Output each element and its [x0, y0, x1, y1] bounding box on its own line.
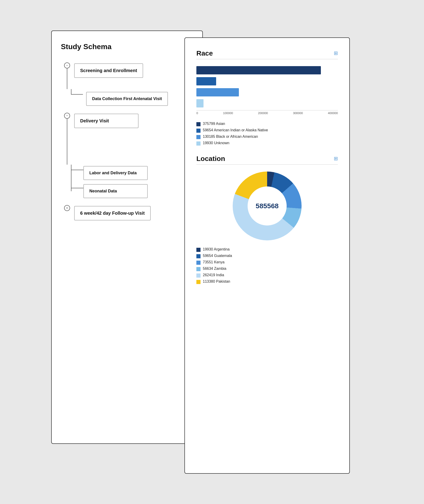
legend-item-asian: 375799 Asian	[196, 122, 338, 126]
legend-item-guatemala: 59654 Guatemala	[196, 254, 338, 258]
bar-row-asian	[196, 66, 338, 74]
donut-container: 585568	[196, 172, 338, 240]
legend-color-kenya	[196, 261, 200, 265]
location-title: Location	[196, 155, 225, 163]
legend-item-india: 262419 India	[196, 273, 338, 278]
data-collection-node: Data Collection First Antenatal Visit	[86, 92, 168, 106]
bar-row-american-indian	[196, 77, 338, 86]
screening-node: Screening and Enrollment	[74, 63, 143, 78]
legend-item-argentina: 19930 Argentina	[196, 247, 338, 252]
schema-tree: − Screening and Enrollment	[61, 62, 193, 221]
location-section-header: Location ⊞	[196, 155, 338, 163]
legend-color-black	[196, 135, 200, 139]
axis-100k: 100000	[223, 111, 233, 115]
race-axis: 0 100000 200000 300000 400000	[196, 110, 338, 115]
location-legend: 19930 Argentina 59654 Guatemala 73551 Ke…	[196, 247, 338, 284]
legend-item-unknown: 19930 Unknown	[196, 141, 338, 146]
legend-item-kenya: 73551 Kenya	[196, 260, 338, 265]
legend-item-pakistan: 113380 Pakistan	[196, 279, 338, 284]
race-divider	[196, 59, 338, 59]
bar-american-indian	[196, 77, 216, 86]
delivery-node: Delivery Visit	[74, 114, 138, 128]
legend-color-zambia	[196, 267, 200, 271]
left-panel: Study Schema − Screening and Enrollment	[51, 31, 203, 444]
race-bar-chart: 0 100000 200000 300000 400000	[196, 66, 338, 115]
bar-row-black	[196, 88, 338, 96]
legend-color-unknown	[196, 141, 200, 146]
legend-item-black: 130185 Black or African American	[196, 135, 338, 139]
study-schema-title: Study Schema	[61, 43, 193, 51]
followup-node: 6 week/42 day Follow-up Visit	[74, 206, 151, 221]
legend-color-american-indian	[196, 129, 200, 133]
donut-total: 585568	[256, 202, 279, 210]
legend-item-american-indian: 59654 American Indian or Alaska Native	[196, 128, 338, 133]
bar-row-unknown	[196, 99, 338, 107]
bar-black	[196, 88, 239, 96]
bar-asian	[196, 66, 321, 74]
followup-toggle[interactable]: +	[64, 205, 70, 211]
screening-toggle[interactable]: −	[64, 62, 70, 68]
location-divider	[196, 164, 338, 165]
race-section-header: Race ⊞	[196, 49, 338, 57]
legend-color-guatemala	[196, 254, 200, 258]
neonatal-node: Neonatal Data	[83, 184, 148, 198]
race-legend: 375799 Asian 59654 American Indian or Al…	[196, 122, 338, 146]
location-grid-icon[interactable]: ⊞	[334, 156, 338, 162]
labor-delivery-node: Labor and Delivery Data	[83, 166, 148, 180]
bar-unknown	[196, 99, 204, 107]
legend-color-india	[196, 273, 200, 278]
axis-0: 0	[196, 111, 198, 115]
legend-color-argentina	[196, 248, 200, 252]
race-grid-icon[interactable]: ⊞	[334, 50, 338, 56]
legend-color-asian	[196, 122, 200, 126]
right-panel: Race ⊞ 0 100000	[184, 37, 350, 474]
axis-200k: 200000	[258, 111, 268, 115]
legend-item-zambia: 56634 Zambia	[196, 267, 338, 271]
delivery-toggle[interactable]: −	[64, 113, 70, 119]
axis-300k: 300000	[293, 111, 303, 115]
axis-400k: 400000	[328, 111, 338, 115]
donut-chart: 585568	[233, 172, 302, 240]
race-title: Race	[196, 49, 213, 57]
main-container: Study Schema − Screening and Enrollment	[51, 31, 373, 474]
legend-color-pakistan	[196, 280, 200, 284]
